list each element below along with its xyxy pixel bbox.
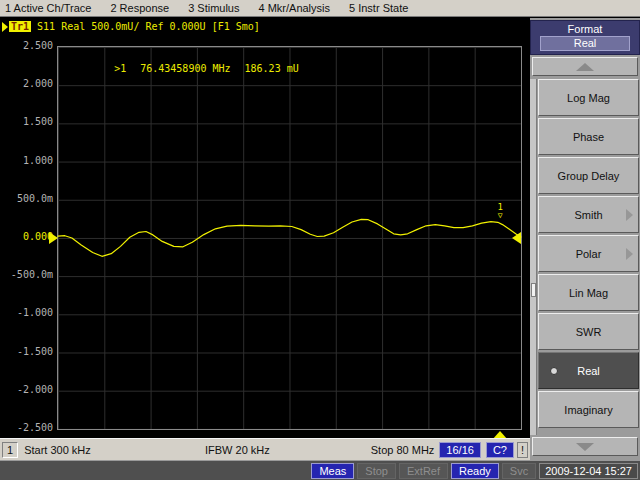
y-tick: 2.500: [0, 40, 53, 52]
softkey-current-value: Real: [540, 36, 630, 51]
menu-mkr-analysis[interactable]: 4 Mkr/Analysis: [258, 2, 330, 14]
ifbw-label: IFBW 20 kHz: [205, 444, 270, 456]
scrollbar-thumb[interactable]: [531, 283, 536, 297]
channel-bar-right: Stop 80 MHz 16/16 C? !: [363, 442, 528, 458]
softkey-imaginary[interactable]: Imaginary: [538, 391, 639, 428]
status-meas: Meas: [311, 463, 354, 479]
warning-badge: !: [517, 442, 528, 458]
status-datetime: 2009-12-04 15:27: [539, 463, 638, 479]
y-tick: 500.0m: [0, 193, 53, 205]
softkey-label: Polar: [576, 248, 602, 260]
softkey-label: Group Delay: [558, 170, 620, 182]
submenu-arrow-icon: [626, 248, 633, 260]
menu-active-ch-trace[interactable]: 1 Active Ch/Trace: [5, 2, 91, 14]
y-tick: -1.500: [0, 346, 53, 358]
softkey-menu-title: Format: [531, 23, 639, 35]
y-tick: 1.500: [0, 116, 53, 128]
menu-bar: 1 Active Ch/Trace 2 Response 3 Stimulus …: [0, 0, 640, 17]
stop-frequency-label: Stop 80 MHz: [371, 444, 435, 456]
status-extref: ExtRef: [399, 463, 448, 479]
marker-1-triangle-icon: ▽: [494, 212, 506, 220]
softkey-label: Real: [577, 365, 600, 377]
status-stop: Stop: [357, 463, 396, 479]
softkey-label: Imaginary: [564, 404, 612, 416]
status-svc: Svc: [502, 463, 536, 479]
menu-instr-state[interactable]: 5 Instr State: [349, 2, 408, 14]
ref-level-right-icon: [512, 232, 521, 244]
y-tick-reference: 0.000: [0, 231, 53, 243]
softkey-real[interactable]: Real: [538, 352, 639, 389]
active-trace-arrow-icon: [2, 22, 8, 32]
softkey-scroll-up-button[interactable]: [532, 57, 638, 76]
softkey-polar[interactable]: Polar: [538, 235, 639, 272]
trace-line: [58, 219, 521, 256]
ref-level-left-icon: [49, 232, 58, 244]
status-ready: Ready: [451, 463, 499, 479]
softkey-label: Lin Mag: [569, 287, 608, 299]
softkey-label: Log Mag: [567, 92, 610, 104]
softkey-label: Phase: [573, 131, 604, 143]
channel-status-bar: 1 Start 300 kHz IFBW 20 kHz Stop 80 MHz …: [0, 438, 530, 460]
trace-svg: [58, 47, 521, 429]
softkey-label: Smith: [574, 209, 602, 221]
y-tick: -1.000: [0, 307, 53, 319]
down-arrow-icon: [576, 443, 594, 451]
instrument-status-bar: Meas Stop ExtRef Ready Svc 2009-12-04 15…: [0, 460, 640, 480]
up-arrow-icon: [576, 63, 594, 71]
softkey-smith[interactable]: Smith: [538, 196, 639, 233]
softkey-group-delay[interactable]: Group Delay: [538, 157, 639, 194]
menu-stimulus[interactable]: 3 Stimulus: [188, 2, 239, 14]
softkey-label: SWR: [576, 326, 602, 338]
y-tick: -500.0m: [0, 269, 53, 281]
selected-radio-icon: [550, 367, 558, 375]
softkey-sidebar: Format Real Log Mag Phase Group Delay Sm…: [530, 18, 640, 460]
channel-number-box: 1: [2, 442, 18, 458]
correction-badge: C?: [486, 442, 514, 458]
y-axis-labels: 2.500 2.000 1.500 1.000 500.0m 0.000 -50…: [0, 46, 53, 428]
trace-header-text: S11 Real 500.0mU/ Ref 0.000U [F1 Smo]: [37, 21, 260, 32]
trace-name-badge[interactable]: Tr1: [9, 21, 31, 32]
softkey-scroll-down-button[interactable]: [532, 437, 638, 456]
graticule-plot: >176.43458900 MHz186.23 mU 1 ▽: [57, 46, 522, 430]
y-tick: -2.000: [0, 384, 53, 396]
instrument-screen: 1 Active Ch/Trace 2 Response 3 Stimulus …: [0, 0, 640, 480]
y-tick: 1.000: [0, 155, 53, 167]
softkey-phase[interactable]: Phase: [538, 118, 639, 155]
marker-1: 1 ▽: [494, 203, 506, 220]
y-tick: 2.000: [0, 78, 53, 90]
submenu-arrow-icon: [626, 209, 633, 221]
softkey-scrollbar[interactable]: [530, 79, 537, 435]
points-badge: 16/16: [439, 442, 481, 458]
display-area: Tr1 S11 Real 500.0mU/ Ref 0.000U [F1 Smo…: [0, 18, 530, 438]
menu-response[interactable]: 2 Response: [110, 2, 169, 14]
softkey-header: Format Real: [530, 20, 640, 55]
trace-header: Tr1 S11 Real 500.0mU/ Ref 0.000U [F1 Smo…: [2, 21, 260, 32]
softkey-log-mag[interactable]: Log Mag: [538, 79, 639, 116]
softkey-list: Log Mag Phase Group Delay Smith Polar Li…: [538, 79, 639, 430]
softkey-swr[interactable]: SWR: [538, 313, 639, 350]
y-tick: -2.500: [0, 422, 53, 434]
start-frequency-label: Start 300 kHz: [24, 444, 91, 456]
softkey-lin-mag[interactable]: Lin Mag: [538, 274, 639, 311]
